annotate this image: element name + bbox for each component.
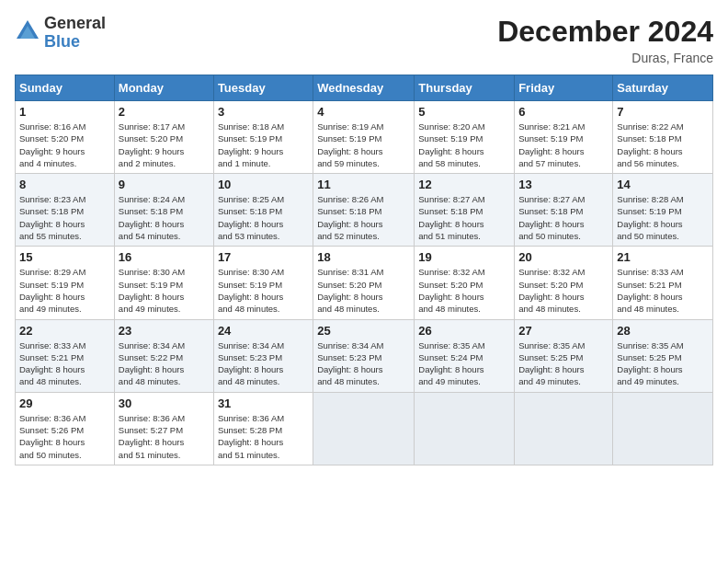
day-number: 13 <box>518 178 609 191</box>
col-thursday: Thursday <box>415 75 515 101</box>
table-row: 22Sunrise: 8:33 AM Sunset: 5:21 PM Dayli… <box>16 319 115 392</box>
day-number: 22 <box>19 324 110 338</box>
day-number: 16 <box>119 250 210 264</box>
table-row: 23Sunrise: 8:34 AM Sunset: 5:22 PM Dayli… <box>114 319 213 392</box>
day-number: 5 <box>418 105 510 119</box>
table-row: 9Sunrise: 8:24 AM Sunset: 5:18 PM Daylig… <box>114 174 213 247</box>
day-info: Sunrise: 8:18 AM Sunset: 5:19 PM Dayligh… <box>218 121 309 169</box>
day-info: Sunrise: 8:26 AM Sunset: 5:18 PM Dayligh… <box>317 193 410 242</box>
day-number: 24 <box>218 324 309 338</box>
day-number: 9 <box>119 178 210 191</box>
day-info: Sunrise: 8:34 AM Sunset: 5:23 PM Dayligh… <box>218 339 309 388</box>
logo-text: General Blue <box>44 15 106 52</box>
day-info: Sunrise: 8:25 AM Sunset: 5:18 PM Dayligh… <box>218 193 309 242</box>
table-row <box>613 392 713 465</box>
title-block: December 2024 Duras, France <box>497 15 713 65</box>
calendar-week-row: 29Sunrise: 8:36 AM Sunset: 5:26 PM Dayli… <box>16 392 713 465</box>
table-row: 8Sunrise: 8:23 AM Sunset: 5:18 PM Daylig… <box>16 174 115 247</box>
day-number: 19 <box>418 250 510 264</box>
day-info: Sunrise: 8:23 AM Sunset: 5:18 PM Dayligh… <box>19 193 110 242</box>
day-info: Sunrise: 8:31 AM Sunset: 5:20 PM Dayligh… <box>317 266 410 315</box>
table-row: 15Sunrise: 8:29 AM Sunset: 5:19 PM Dayli… <box>16 247 115 319</box>
location: Duras, France <box>497 51 713 65</box>
calendar-week-row: 8Sunrise: 8:23 AM Sunset: 5:18 PM Daylig… <box>16 174 713 247</box>
page-header: General Blue December 2024 Duras, France <box>15 15 713 65</box>
day-info: Sunrise: 8:22 AM Sunset: 5:18 PM Dayligh… <box>617 121 709 169</box>
day-number: 2 <box>119 105 210 119</box>
day-info: Sunrise: 8:30 AM Sunset: 5:19 PM Dayligh… <box>218 266 309 315</box>
day-number: 8 <box>19 178 110 191</box>
day-number: 6 <box>518 105 609 119</box>
day-info: Sunrise: 8:34 AM Sunset: 5:22 PM Dayligh… <box>119 339 210 388</box>
day-info: Sunrise: 8:21 AM Sunset: 5:19 PM Dayligh… <box>518 121 609 169</box>
day-number: 28 <box>617 324 709 338</box>
table-row: 16Sunrise: 8:30 AM Sunset: 5:19 PM Dayli… <box>114 247 213 319</box>
day-info: Sunrise: 8:27 AM Sunset: 5:18 PM Dayligh… <box>518 193 609 242</box>
day-number: 15 <box>19 250 110 264</box>
table-row: 14Sunrise: 8:28 AM Sunset: 5:19 PM Dayli… <box>613 174 713 247</box>
day-number: 18 <box>317 250 410 264</box>
day-number: 1 <box>19 105 110 119</box>
day-info: Sunrise: 8:24 AM Sunset: 5:18 PM Dayligh… <box>119 193 210 242</box>
day-info: Sunrise: 8:32 AM Sunset: 5:20 PM Dayligh… <box>418 266 510 315</box>
table-row: 10Sunrise: 8:25 AM Sunset: 5:18 PM Dayli… <box>213 174 313 247</box>
logo-general: General <box>44 15 106 33</box>
day-number: 14 <box>617 178 709 191</box>
calendar-week-row: 1Sunrise: 8:16 AM Sunset: 5:20 PM Daylig… <box>16 101 713 174</box>
table-row: 2Sunrise: 8:17 AM Sunset: 5:20 PM Daylig… <box>114 101 213 174</box>
day-number: 21 <box>617 250 709 264</box>
table-row: 13Sunrise: 8:27 AM Sunset: 5:18 PM Dayli… <box>515 174 613 247</box>
table-row: 18Sunrise: 8:31 AM Sunset: 5:20 PM Dayli… <box>313 247 415 319</box>
day-number: 12 <box>418 178 510 191</box>
day-info: Sunrise: 8:20 AM Sunset: 5:19 PM Dayligh… <box>418 121 510 169</box>
day-info: Sunrise: 8:28 AM Sunset: 5:19 PM Dayligh… <box>617 193 709 242</box>
table-row: 20Sunrise: 8:32 AM Sunset: 5:20 PM Dayli… <box>515 247 613 319</box>
day-number: 31 <box>218 396 309 410</box>
calendar-week-row: 15Sunrise: 8:29 AM Sunset: 5:19 PM Dayli… <box>16 247 713 319</box>
table-row <box>415 392 515 465</box>
day-info: Sunrise: 8:33 AM Sunset: 5:21 PM Dayligh… <box>19 339 110 388</box>
day-number: 26 <box>418 324 510 338</box>
day-info: Sunrise: 8:36 AM Sunset: 5:27 PM Dayligh… <box>119 412 210 461</box>
day-number: 17 <box>218 250 309 264</box>
day-info: Sunrise: 8:35 AM Sunset: 5:25 PM Dayligh… <box>518 339 609 388</box>
table-row: 30Sunrise: 8:36 AM Sunset: 5:27 PM Dayli… <box>114 392 213 465</box>
table-row: 3Sunrise: 8:18 AM Sunset: 5:19 PM Daylig… <box>213 101 313 174</box>
table-row <box>515 392 613 465</box>
calendar-table: Sunday Monday Tuesday Wednesday Thursday… <box>15 75 713 465</box>
table-row: 25Sunrise: 8:34 AM Sunset: 5:23 PM Dayli… <box>313 319 415 392</box>
day-info: Sunrise: 8:33 AM Sunset: 5:21 PM Dayligh… <box>617 266 709 315</box>
calendar-header-row: Sunday Monday Tuesday Wednesday Thursday… <box>16 75 713 101</box>
day-info: Sunrise: 8:19 AM Sunset: 5:19 PM Dayligh… <box>317 121 410 169</box>
col-wednesday: Wednesday <box>313 75 415 101</box>
table-row: 6Sunrise: 8:21 AM Sunset: 5:19 PM Daylig… <box>515 101 613 174</box>
table-row: 19Sunrise: 8:32 AM Sunset: 5:20 PM Dayli… <box>415 247 515 319</box>
day-info: Sunrise: 8:35 AM Sunset: 5:24 PM Dayligh… <box>418 339 510 388</box>
table-row: 7Sunrise: 8:22 AM Sunset: 5:18 PM Daylig… <box>613 101 713 174</box>
day-number: 11 <box>317 178 410 191</box>
table-row <box>313 392 415 465</box>
table-row: 11Sunrise: 8:26 AM Sunset: 5:18 PM Dayli… <box>313 174 415 247</box>
day-number: 29 <box>19 396 110 410</box>
day-info: Sunrise: 8:29 AM Sunset: 5:19 PM Dayligh… <box>19 266 110 315</box>
day-number: 25 <box>317 324 410 338</box>
table-row: 31Sunrise: 8:36 AM Sunset: 5:28 PM Dayli… <box>213 392 313 465</box>
day-info: Sunrise: 8:27 AM Sunset: 5:18 PM Dayligh… <box>418 193 510 242</box>
col-tuesday: Tuesday <box>213 75 313 101</box>
logo: General Blue <box>15 15 106 52</box>
col-saturday: Saturday <box>613 75 713 101</box>
table-row: 4Sunrise: 8:19 AM Sunset: 5:19 PM Daylig… <box>313 101 415 174</box>
day-info: Sunrise: 8:16 AM Sunset: 5:20 PM Dayligh… <box>19 121 110 169</box>
table-row: 21Sunrise: 8:33 AM Sunset: 5:21 PM Dayli… <box>613 247 713 319</box>
day-info: Sunrise: 8:36 AM Sunset: 5:26 PM Dayligh… <box>19 412 110 461</box>
table-row: 26Sunrise: 8:35 AM Sunset: 5:24 PM Dayli… <box>415 319 515 392</box>
table-row: 17Sunrise: 8:30 AM Sunset: 5:19 PM Dayli… <box>213 247 313 319</box>
table-row: 12Sunrise: 8:27 AM Sunset: 5:18 PM Dayli… <box>415 174 515 247</box>
day-info: Sunrise: 8:32 AM Sunset: 5:20 PM Dayligh… <box>518 266 609 315</box>
table-row: 28Sunrise: 8:35 AM Sunset: 5:25 PM Dayli… <box>613 319 713 392</box>
day-number: 20 <box>518 250 609 264</box>
day-info: Sunrise: 8:17 AM Sunset: 5:20 PM Dayligh… <box>119 121 210 169</box>
day-info: Sunrise: 8:35 AM Sunset: 5:25 PM Dayligh… <box>617 339 709 388</box>
day-number: 7 <box>617 105 709 119</box>
col-sunday: Sunday <box>16 75 115 101</box>
